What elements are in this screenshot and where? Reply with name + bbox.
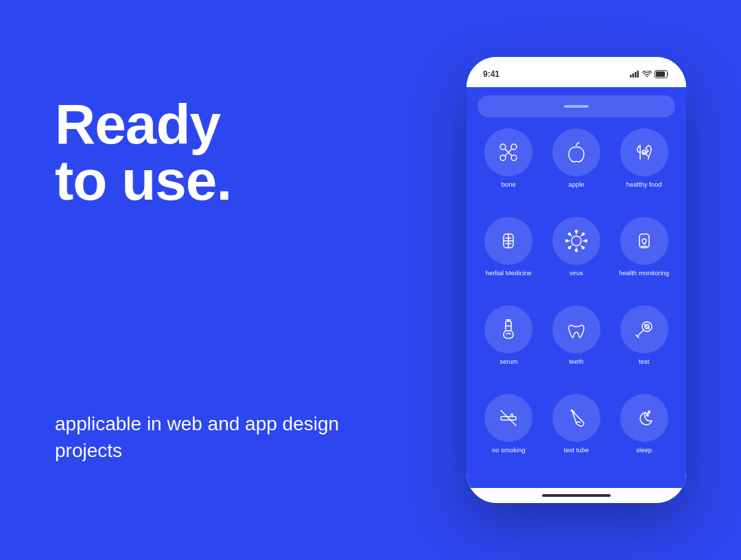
icon-label-virus: virus [569, 269, 583, 277]
headline-line1: Readyto use. [55, 96, 370, 209]
healthy-food-icon [632, 140, 657, 165]
icon-item-virus[interactable]: virus [545, 217, 608, 300]
icon-circle-bone [484, 128, 532, 176]
icon-item-health-monitoring[interactable]: health monitoring [613, 217, 675, 300]
svg-point-32 [568, 247, 570, 249]
icon-item-no-smoking[interactable]: no smoking [478, 394, 540, 477]
svg-line-49 [501, 410, 516, 425]
icon-label-health-monitoring: health monitoring [619, 269, 669, 277]
svg-rect-35 [639, 234, 649, 248]
icon-label-healthy-food: healthy food [626, 180, 662, 188]
svg-point-24 [565, 240, 567, 242]
svg-point-22 [575, 250, 577, 252]
svg-rect-0 [630, 75, 632, 78]
icon-label-bone: bone [502, 180, 516, 188]
icon-circle-test-tube [552, 394, 600, 442]
icon-circle-sleep: z z [620, 394, 668, 442]
icon-label-test: test [639, 358, 649, 365]
icon-label-test-tube: test tube [564, 446, 589, 454]
svg-point-26 [585, 240, 587, 242]
svg-rect-5 [656, 71, 665, 77]
icon-circle-serum [484, 305, 532, 353]
phone-screen: bone apple [467, 87, 686, 488]
icon-item-herbal-medicine[interactable]: herbal Medicine [478, 217, 540, 300]
icon-circle-teeth [552, 305, 600, 353]
svg-point-20 [575, 231, 577, 233]
health-monitoring-icon [632, 229, 657, 253]
icon-label-herbal-medicine: herbal Medicine [486, 269, 532, 277]
icon-circle-healthy-food [620, 128, 668, 176]
svg-point-34 [582, 247, 584, 249]
home-bar [542, 494, 611, 497]
icon-item-healthy-food[interactable]: healthy food [613, 128, 675, 211]
status-icons [630, 70, 670, 78]
svg-rect-3 [637, 71, 639, 78]
icons-grid: bone apple [478, 128, 675, 477]
test-tube-icon [564, 406, 589, 430]
icon-label-serum: serum [499, 358, 517, 365]
icon-circle-herbal-medicine [484, 217, 532, 265]
svg-text:z: z [648, 410, 650, 414]
battery-icon [655, 70, 670, 78]
virus-icon [564, 229, 589, 253]
sleep-icon: z z [632, 406, 657, 430]
icon-label-no-smoking: no smoking [492, 446, 526, 454]
icon-item-test-tube[interactable]: test tube [545, 394, 608, 477]
headline: Readyto use. [55, 96, 370, 209]
phone-home-indicator [467, 488, 686, 503]
icon-circle-test [620, 305, 668, 353]
svg-point-30 [582, 233, 584, 235]
icon-label-apple: apple [568, 180, 584, 188]
bone-icon [496, 140, 521, 165]
teeth-icon [564, 317, 589, 342]
svg-rect-2 [635, 72, 637, 78]
no-smoking-icon [496, 406, 521, 430]
icon-item-apple[interactable]: apple [545, 128, 608, 211]
icon-item-teeth[interactable]: teeth [545, 305, 608, 388]
icon-label-teeth: teeth [569, 358, 583, 365]
icon-circle-no-smoking [484, 394, 532, 442]
icon-item-bone[interactable]: bone [478, 128, 540, 211]
icon-circle-health-monitoring [620, 217, 668, 265]
test-icon [632, 317, 657, 342]
apple-icon [564, 140, 589, 165]
left-section: Readyto use. applicable in web and app d… [0, 0, 412, 560]
phone-status-bar-area: 9:41 [467, 57, 686, 87]
svg-point-28 [568, 233, 570, 235]
icon-item-test[interactable]: test [613, 305, 675, 388]
icon-label-sleep: sleep [636, 446, 652, 454]
drag-handle-bar [478, 95, 675, 117]
icon-item-serum[interactable]: serum [478, 305, 540, 388]
icon-circle-apple [552, 128, 600, 176]
phone-mockup: 9:41 [467, 57, 686, 503]
icon-circle-virus [552, 217, 600, 265]
svg-line-42 [637, 330, 644, 336]
right-section: 9:41 [412, 0, 741, 560]
svg-point-18 [572, 236, 581, 246]
wifi-icon [642, 71, 652, 78]
herbal-medicine-icon [496, 229, 521, 253]
signal-icon [630, 71, 639, 78]
status-time: 9:41 [483, 69, 499, 79]
status-bar: 9:41 [480, 69, 672, 79]
drag-handle [564, 105, 589, 108]
subtitle: applicable in web and app design project… [55, 410, 370, 464]
subtitle-text: applicable in web and app design project… [55, 410, 370, 464]
serum-icon [496, 317, 521, 342]
icon-item-sleep[interactable]: z z sleep [613, 394, 675, 477]
svg-rect-1 [633, 73, 635, 78]
